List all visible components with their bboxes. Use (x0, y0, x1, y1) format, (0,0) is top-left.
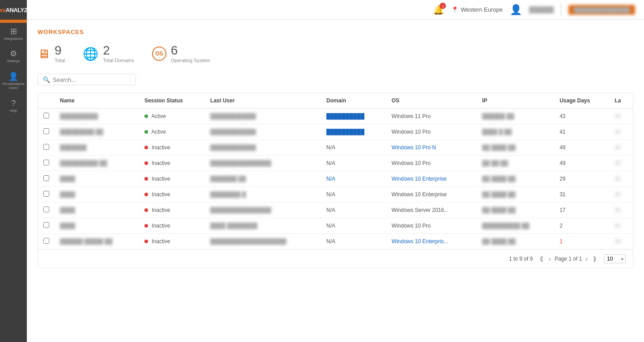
row-name: ████ (55, 218, 139, 234)
os-icon: OS (152, 46, 166, 61)
row-checkbox[interactable] (38, 203, 55, 218)
row-name: ████ (55, 187, 139, 203)
last-page-btn[interactable]: ⟫ (591, 254, 598, 263)
row-usage-days: 31 (554, 187, 609, 203)
row-last: 2C (609, 109, 633, 124)
sidebar-label-help: Help (10, 109, 17, 113)
user-avatar[interactable]: 👤 (510, 4, 522, 16)
topbar-divider (561, 4, 561, 16)
table-row[interactable]: ████ Inactive ████████████████ N/A Windo… (38, 203, 633, 218)
row-domain: N/A (321, 156, 386, 171)
notification-bell[interactable]: 🔔 1 (433, 4, 444, 15)
search-input[interactable] (53, 76, 131, 83)
row-name: ██████████ (55, 109, 139, 124)
row-last-user: ███████ ██ (205, 171, 321, 187)
row-last-user: ████████ █ (205, 187, 321, 203)
first-page-btn[interactable]: ⟪ (538, 254, 545, 263)
integrations-icon: ⊞ (10, 27, 17, 35)
col-ip[interactable]: IP (477, 93, 554, 109)
row-ip: ██████ ██ (477, 109, 554, 124)
status-dot (144, 224, 148, 228)
action-button[interactable]: ████████████████ (568, 5, 635, 15)
os-link[interactable]: Windows 10 Enterpris... (392, 238, 449, 245)
row-name: ██████ █████ ██ (55, 234, 139, 249)
domain-link[interactable]: N/A (326, 176, 335, 182)
sidebar-item-users[interactable]: 👤 FlexxAnalyzer Users (0, 68, 27, 95)
col-os[interactable]: OS (386, 93, 477, 109)
prev-page-btn[interactable]: ‹ (547, 254, 553, 263)
domain-link[interactable]: ██████████ (326, 129, 364, 135)
row-last: 2C (609, 124, 633, 140)
region-selector[interactable]: 📍 Western Europe (451, 6, 503, 13)
pagination-bar: 1 to 9 of 9 ⟪ ‹ Page 1 of 1 › ⟫ 10 25 50… (38, 249, 633, 268)
region-label: Western Europe (461, 6, 503, 13)
row-status: Inactive (139, 171, 205, 187)
row-last: 2C (609, 140, 633, 156)
next-page-btn[interactable]: › (584, 254, 589, 263)
row-status: Active (139, 109, 205, 124)
table-row[interactable]: ██████ █████ ██ Inactive ███████████████… (38, 234, 633, 249)
sidebar-item-integrations[interactable]: ⊞ Integrations (0, 23, 27, 46)
col-domain[interactable]: Domain (321, 93, 386, 109)
row-ip: ██████████ ██ (477, 218, 554, 234)
row-os: Windows Server 2016... (386, 203, 477, 218)
row-ip: ████ █ ██ (477, 124, 554, 140)
table-row[interactable]: ██████████ ██ Inactive ████████████████ … (38, 156, 633, 171)
row-checkbox[interactable] (38, 109, 55, 124)
per-page-select[interactable]: 10 25 50 100 (604, 254, 626, 263)
table-row[interactable]: ████ Inactive ████ ████████ N/A Windows … (38, 218, 633, 234)
sidebar-item-settings[interactable]: ⚙ Settings (0, 45, 27, 68)
page-text: Page 1 of 1 (555, 256, 582, 262)
col-session-status[interactable]: Session Status (139, 93, 205, 109)
domain-icon: 🌐 (83, 46, 98, 61)
row-checkbox[interactable] (38, 218, 55, 234)
row-checkbox[interactable] (38, 234, 55, 249)
stat-domains-number: 2 (103, 44, 134, 57)
col-name[interactable]: Name (55, 93, 139, 109)
col-last[interactable]: La (609, 93, 633, 109)
row-usage-days: 49 (554, 156, 609, 171)
table-row[interactable]: ████ Inactive ███████ ██ N/A Windows 10 … (38, 171, 633, 187)
row-checkbox[interactable] (38, 171, 55, 187)
col-usage-days[interactable]: Usage Days (554, 93, 609, 109)
sidebar-label-users: FlexxAnalyzer Users (0, 82, 27, 90)
row-last-user: ████████████████████ (205, 234, 321, 249)
row-domain: ██████████ (321, 109, 386, 124)
row-name: ████ (55, 203, 139, 218)
row-usage-days: 41 (554, 124, 609, 140)
row-last-user: ████████████ (205, 124, 321, 140)
col-last-user[interactable]: Last User (205, 93, 321, 109)
row-domain: N/A (321, 203, 386, 218)
table-row[interactable]: ████ Inactive ████████ █ N/A Windows 10 … (38, 187, 633, 203)
row-checkbox[interactable] (38, 156, 55, 171)
row-domain: N/A (321, 171, 386, 187)
row-checkbox[interactable] (38, 187, 55, 203)
row-usage-days: 29 (554, 171, 609, 187)
main-content: WORKSPACES 🖥 9 Total 🌐 2 Total Domains O… (27, 20, 644, 342)
row-domain: ██████████ (321, 124, 386, 140)
row-checkbox[interactable] (38, 124, 55, 140)
os-link[interactable]: Windows 10 Pro N (392, 144, 436, 151)
status-dot (144, 177, 148, 181)
row-ip: ██ ████ ██ (477, 234, 554, 249)
row-last: 2C (609, 171, 633, 187)
os-link[interactable]: Windows 10 Enterprise (392, 176, 447, 182)
stat-os-number: 6 (171, 44, 210, 57)
stats-row: 🖥 9 Total 🌐 2 Total Domains OS 6 Operati… (38, 44, 633, 63)
row-os: Windows 10 Enterprise (386, 187, 477, 203)
stat-total: 🖥 9 Total (38, 44, 65, 63)
stat-os: OS 6 Operating System (152, 44, 210, 63)
row-status: Inactive (139, 203, 205, 218)
table-row[interactable]: █████████ ██ Active ████████████ ███████… (38, 124, 633, 140)
row-checkbox[interactable] (38, 140, 55, 156)
stat-total-number: 9 (55, 44, 65, 57)
sidebar-item-help[interactable]: ? Help (0, 95, 27, 118)
table-row[interactable]: ██████████ Active ████████████ █████████… (38, 109, 633, 124)
table-row[interactable]: ███████ Inactive ████████████ N/A Window… (38, 140, 633, 156)
page-nav: ⟪ ‹ Page 1 of 1 › ⟫ (538, 254, 598, 263)
row-os: Windows 11 Pro (386, 109, 477, 124)
domain-link[interactable]: ██████████ (326, 113, 364, 119)
status-dot (144, 193, 148, 196)
search-icon: 🔍 (42, 76, 50, 83)
row-last-user: ████████████████ (205, 156, 321, 171)
